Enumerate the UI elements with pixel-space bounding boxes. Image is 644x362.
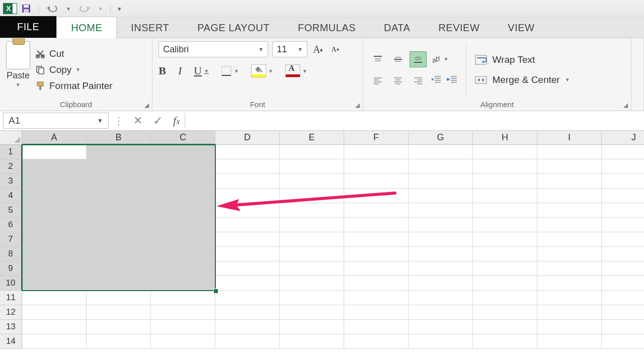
cell[interactable] [409, 291, 473, 305]
redo-dropdown[interactable]: ▼ [98, 6, 103, 12]
row-header[interactable]: 14 [0, 334, 22, 349]
cell[interactable] [344, 159, 409, 174]
cell[interactable] [344, 145, 409, 159]
row-header[interactable]: 13 [0, 320, 22, 334]
decrease-indent-button[interactable] [431, 75, 442, 86]
undo-dropdown[interactable]: ▼ [66, 6, 71, 12]
cell[interactable] [473, 305, 537, 320]
alignment-dialog-launcher[interactable]: ◢ [623, 102, 628, 109]
increase-font-size-button[interactable]: A▴ [311, 42, 325, 57]
cell[interactable] [87, 232, 151, 247]
cell[interactable] [22, 334, 87, 349]
copy-dropdown[interactable]: ▼ [75, 67, 80, 72]
cell[interactable] [537, 276, 602, 291]
fx-icon[interactable]: fx [173, 114, 180, 127]
cell[interactable] [602, 203, 644, 218]
tab-insert[interactable]: INSERT [117, 17, 183, 38]
cell[interactable] [537, 218, 602, 232]
row-header[interactable]: 1 [0, 145, 22, 159]
row-header[interactable]: 11 [0, 291, 22, 305]
cell[interactable] [409, 334, 473, 349]
cell[interactable] [280, 247, 344, 261]
cell[interactable] [87, 218, 151, 232]
cell[interactable] [537, 159, 602, 174]
cell[interactable] [280, 203, 344, 218]
cell[interactable] [151, 334, 215, 349]
cell[interactable] [344, 174, 409, 189]
italic-button[interactable]: I [178, 64, 182, 77]
align-bottom-button[interactable] [410, 51, 427, 67]
cell[interactable] [87, 305, 151, 320]
cell[interactable] [473, 247, 537, 261]
cell[interactable] [22, 159, 87, 174]
cell[interactable] [215, 159, 280, 174]
cell[interactable] [280, 276, 344, 291]
cell[interactable] [215, 189, 280, 203]
cell[interactable] [87, 276, 151, 291]
cell[interactable] [602, 261, 644, 276]
column-header[interactable]: H [473, 131, 537, 145]
cell[interactable] [280, 159, 344, 174]
cell[interactable] [473, 334, 537, 349]
tab-formulas[interactable]: FORMULAS [284, 17, 370, 38]
clipboard-dialog-launcher[interactable]: ◢ [144, 102, 149, 109]
cell[interactable] [409, 203, 473, 218]
cell[interactable] [473, 159, 537, 174]
bold-button[interactable]: B [158, 64, 166, 77]
cell[interactable] [473, 174, 537, 189]
tab-review[interactable]: REVIEW [424, 17, 494, 38]
cell[interactable] [22, 305, 87, 320]
column-header[interactable]: E [280, 131, 344, 145]
cell[interactable] [602, 320, 644, 334]
align-right-button[interactable] [410, 72, 427, 88]
formula-input[interactable] [185, 113, 644, 128]
column-header[interactable]: C [151, 131, 215, 145]
cell[interactable] [473, 232, 537, 247]
cell[interactable] [602, 291, 644, 305]
underline-dropdown[interactable]: ▼ [204, 68, 209, 74]
cell[interactable] [151, 261, 215, 276]
column-header[interactable]: D [215, 131, 280, 145]
cell[interactable] [537, 334, 602, 349]
cell[interactable] [22, 218, 87, 232]
cell[interactable] [87, 291, 151, 305]
cell[interactable] [344, 232, 409, 247]
cell[interactable] [22, 291, 87, 305]
cell[interactable] [602, 189, 644, 203]
font-color-button[interactable]: ▼ [285, 64, 307, 77]
cell[interactable] [87, 203, 151, 218]
tab-file[interactable]: FILE [0, 16, 56, 38]
cell[interactable] [473, 203, 537, 218]
cell[interactable] [409, 145, 473, 159]
cell[interactable] [151, 218, 215, 232]
cell[interactable] [215, 334, 280, 349]
tab-view[interactable]: VIEW [494, 17, 548, 38]
cell[interactable] [151, 276, 215, 291]
cell[interactable] [280, 218, 344, 232]
cell[interactable] [87, 159, 151, 174]
cell[interactable] [344, 218, 409, 232]
cell[interactable] [537, 247, 602, 261]
row-header[interactable]: 12 [0, 305, 22, 320]
cell[interactable] [473, 320, 537, 334]
row-header[interactable]: 7 [0, 232, 22, 247]
cell[interactable] [602, 174, 644, 189]
paste-button[interactable]: Paste ▼ [6, 41, 30, 98]
merge-dropdown[interactable]: ▼ [565, 77, 570, 82]
enter-formula-button[interactable]: ✓ [148, 114, 168, 128]
cell[interactable] [215, 218, 280, 232]
fill-handle[interactable] [213, 289, 218, 294]
cell[interactable] [280, 334, 344, 349]
cell[interactable] [409, 261, 473, 276]
format-painter-button[interactable]: Format Painter [35, 80, 113, 92]
tab-home[interactable]: HOME [56, 17, 117, 38]
cell[interactable] [22, 247, 87, 261]
customize-qat-dropdown[interactable]: ▾ [118, 5, 121, 13]
row-header[interactable]: 6 [0, 218, 22, 232]
row-header[interactable]: 2 [0, 159, 22, 174]
worksheet[interactable]: ABCDEFGHIJ 1234567891011121314 [0, 131, 644, 362]
cell[interactable] [602, 247, 644, 261]
select-all-corner[interactable] [0, 131, 22, 145]
cell[interactable] [602, 232, 644, 247]
cell[interactable] [409, 189, 473, 203]
